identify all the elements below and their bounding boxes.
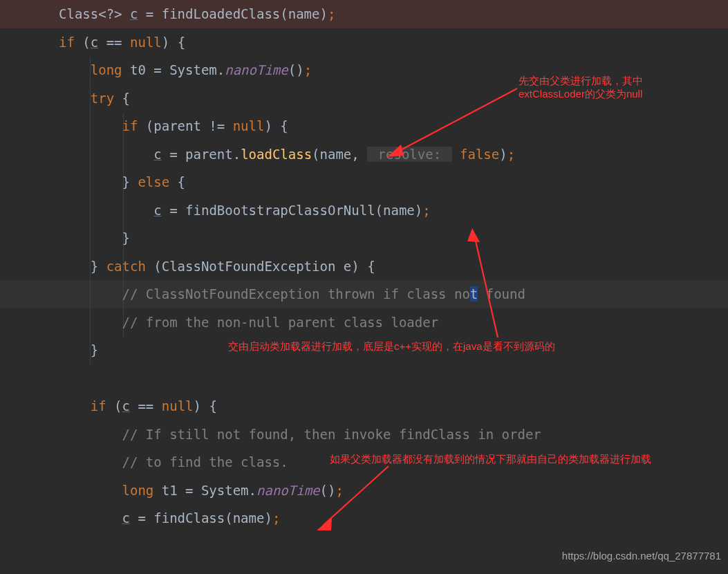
method-findBootstrap: findBootstrapClassOrNull [185,203,375,218]
method-loadClass: loadClass [241,147,312,162]
kw-long: long [59,483,153,498]
code-line: // from the non-null parent class loader [0,308,728,337]
token: ( [75,35,91,50]
token: = findLoadedClass(name) [138,6,328,21]
var-c: c [122,510,130,526]
var-c: c [91,35,98,50]
pad [59,147,153,162]
code-line: c = parent.loadClass(name, resolve: fals… [0,140,728,169]
semicolon: ; [328,6,335,21]
code-line: // to find the class. [0,448,728,476]
token: t1 = System. [153,483,256,498]
semicolon: ; [304,62,312,77]
pad [59,510,122,526]
token: (name) [375,203,423,218]
code-line: } else { [0,168,728,196]
code-line: c = findClass(name); [0,504,728,533]
token: t0 = System. [122,62,225,77]
var-c: c [153,147,161,162]
code-line: } catch (ClassNotFoundException e) { [0,252,728,281]
token-type: Class<?> [59,6,130,21]
code-line: // ClassNotFoundException thrown if clas… [0,280,728,308]
kw-if: if [59,398,106,414]
code-line: try { [0,84,728,113]
kw-long: long [59,62,122,77]
semicolon: ; [422,203,430,218]
code-editor[interactable]: Class<?> c = findLoadedClass(name); if (… [0,0,728,533]
token: == [98,35,130,50]
token: == [130,398,162,414]
semicolon: ; [272,510,280,526]
semicolon: ; [335,483,343,498]
method-nanoTime: nanoTime [225,62,288,77]
token: ( [106,398,122,414]
code-line: long t1 = System.nanoTime(); [0,476,728,505]
code-line: long t0 = System.nanoTime(); [0,56,728,84]
method-nanoTime: nanoTime [256,483,320,498]
var-c: c [153,203,161,218]
code-line: } [0,224,728,252]
code-line: c = findBootstrapClassOrNull(name); [0,196,728,225]
param-hint-resolve: resolve: [367,147,451,162]
cursor: t [470,286,478,302]
pad [59,203,153,218]
semicolon: ; [507,147,515,162]
token: } [59,174,138,189]
kw-null: null [233,118,265,133]
comment: // from the non-null parent class loader [59,315,438,330]
token: (name, [312,147,367,162]
token: = findClass(name) [130,510,272,526]
token: } [59,342,98,358]
kw-if: if [59,35,75,50]
var-c: c [122,398,130,414]
kw-else: else [138,174,169,189]
token: ) { [162,35,185,50]
token: = [162,203,185,218]
kw-null: null [130,35,162,50]
code-line: if (c == null) { [0,28,728,57]
token: } [59,259,106,274]
code-line: // If still not found, then invoke findC… [0,420,728,449]
code-line: } [0,336,728,364]
token: () [288,62,304,77]
token: { [114,91,130,106]
comment: // to find the class. [59,454,288,470]
token: () [320,483,336,498]
code-line: Class<?> c = findLoadedClass(name); [0,0,728,28]
kw-false: false [460,147,499,162]
comment: found [478,286,525,302]
token: (parent != [138,118,232,133]
token: { [169,174,185,189]
code-line: if (c == null) { [0,392,728,420]
token: } [59,230,130,246]
comment: // If still not found, then invoke findC… [59,427,541,442]
token: (ClassNotFoundException e) { [146,259,375,274]
kw-try: try [59,91,114,106]
code-line: if (parent != null) { [0,112,728,140]
token: ) [499,147,507,162]
kw-catch: catch [106,259,146,274]
token: ) { [264,118,288,133]
token: ) { [194,398,217,414]
watermark: https://blog.csdn.net/qq_27877781 [562,542,721,571]
kw-if: if [59,118,138,133]
kw-null: null [162,398,194,414]
var-c: c [130,6,138,21]
token: = parent. [162,147,241,162]
comment: // ClassNotFoundException thrown if clas… [59,286,470,302]
code-line [0,364,728,393]
